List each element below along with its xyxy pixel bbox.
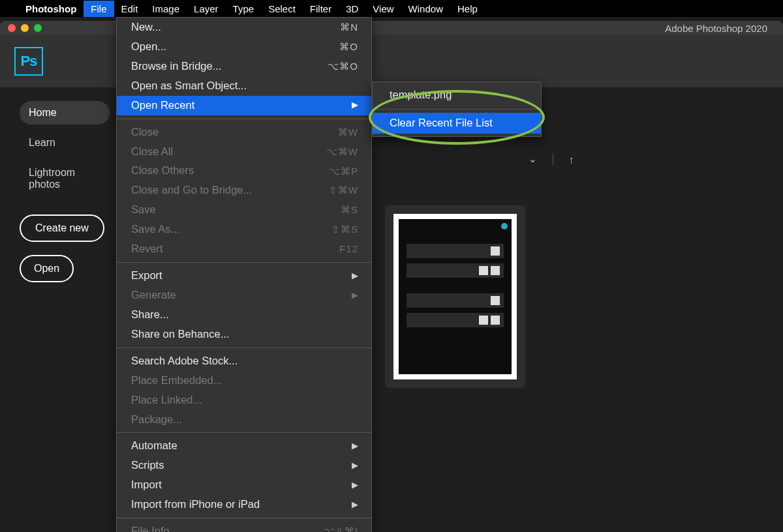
menu-shortcut: ⇧⌘S	[331, 222, 358, 237]
home-sidebar: HomeLearnLightroom photos Create new Ope…	[0, 88, 117, 532]
menubar-item-layer[interactable]: Layer	[187, 1, 226, 17]
submenu-arrow-icon: ▶	[352, 460, 358, 472]
file-menu-dropdown: New...⌘NOpen...⌘OBrowse in Bridge...⌥⌘OO…	[116, 17, 372, 532]
traffic-lights	[0, 24, 42, 32]
thumbnail-preview	[393, 214, 517, 379]
menu-shortcut: ⌘S	[341, 203, 358, 217]
submenu-arrow-icon: ▶	[352, 440, 358, 452]
menu-item-label: Automate	[131, 438, 177, 454]
menubar-item-window[interactable]: Window	[401, 1, 450, 17]
menu-item-label: Open...	[131, 39, 166, 55]
menu-item-label: Import	[131, 477, 162, 493]
menu-item-label: Save	[131, 202, 156, 218]
file-menu-automate[interactable]: Automate▶	[117, 436, 371, 456]
sidebar-item-home[interactable]: Home	[20, 101, 110, 125]
maximize-window-icon[interactable]	[34, 24, 42, 32]
menu-item-label: Open as Smart Object...	[131, 78, 247, 94]
file-menu-search-adobe-stock[interactable]: Search Adobe Stock...	[117, 351, 371, 371]
menubar-item-image[interactable]: Image	[145, 1, 187, 17]
file-menu-open-recent[interactable]: Open Recent▶	[117, 96, 371, 115]
file-menu-import[interactable]: Import▶	[117, 475, 371, 495]
file-menu-share-on-behance[interactable]: Share on Behance...	[117, 325, 371, 344]
menu-item-label: Scripts	[131, 458, 164, 473]
sort-controls[interactable]: ⌄ ↑	[529, 153, 574, 165]
clear-recent-file-list-item[interactable]: Clear Recent File List	[373, 113, 541, 134]
menu-shortcut: F12	[339, 242, 358, 256]
menu-separator	[117, 262, 371, 263]
file-menu-share[interactable]: Share...	[117, 305, 371, 325]
window-title: Adobe Photoshop 2020	[665, 23, 767, 34]
menu-shortcut: ⌥⌘W	[326, 145, 358, 159]
menu-shortcut: ⌥⌘O	[328, 59, 358, 74]
create-new-button[interactable]: Create new	[20, 214, 104, 242]
menubar-item-help[interactable]: Help	[450, 1, 485, 17]
file-menu-generate: Generate▶	[117, 286, 371, 305]
file-menu-close: Close⌘W	[117, 123, 371, 142]
photoshop-logo-icon: Ps	[14, 47, 43, 76]
menubar-item-file[interactable]: File	[84, 1, 114, 17]
menubar-app-name[interactable]: Photoshop	[18, 1, 84, 17]
menu-shortcut: ⇧⌘W	[329, 183, 358, 198]
menu-item-label: Import from iPhone or iPad	[131, 497, 260, 512]
file-menu-file-info: File Info...⌥⇧⌘I	[117, 522, 371, 532]
menu-item-label: Open Recent	[131, 98, 194, 113]
open-recent-submenu: template.png Clear Recent File List	[372, 81, 542, 137]
file-menu-browse-in-bridge[interactable]: Browse in Bridge...⌥⌘O	[117, 57, 371, 76]
menu-item-label: Package...	[131, 412, 182, 428]
menu-item-label: File Info...	[131, 524, 178, 532]
file-menu-save-as: Save As...⇧⌘S	[117, 220, 371, 239]
menu-item-label: Revert	[131, 241, 163, 257]
recent-file-item[interactable]: template.png	[373, 85, 541, 106]
file-menu-close-others: Close Others⌥⌘P	[117, 161, 371, 181]
file-menu-place-embedded: Place Embedded...	[117, 371, 371, 391]
file-menu-open-as-smart-object[interactable]: Open as Smart Object...	[117, 76, 371, 96]
file-menu-scripts[interactable]: Scripts▶	[117, 456, 371, 475]
file-menu-revert: RevertF12	[117, 239, 371, 259]
minimize-window-icon[interactable]	[21, 24, 29, 32]
file-menu-import-from-iphone-or-ipad[interactable]: Import from iPhone or iPad▶	[117, 495, 371, 514]
menu-item-label: Generate	[131, 288, 176, 303]
submenu-arrow-icon: ▶	[352, 289, 358, 302]
file-menu-place-linked: Place Linked...	[117, 391, 371, 410]
menubar-item-view[interactable]: View	[365, 1, 401, 17]
file-menu-export[interactable]: Export▶	[117, 266, 371, 286]
recent-thumbnail[interactable]	[385, 205, 525, 388]
file-menu-new[interactable]: New...⌘N	[117, 18, 371, 37]
menu-item-label: Share on Behance...	[131, 327, 229, 342]
menu-shortcut: ⌘O	[339, 40, 358, 54]
file-menu-open[interactable]: Open...⌘O	[117, 37, 371, 57]
chevron-down-icon[interactable]: ⌄	[529, 153, 537, 165]
menu-item-label: Close	[131, 125, 159, 140]
submenu-arrow-icon: ▶	[352, 499, 358, 511]
menu-shortcut: ⌘N	[340, 20, 358, 35]
menubar-item-edit[interactable]: Edit	[114, 1, 146, 17]
menu-separator	[117, 432, 371, 433]
menu-item-label: Browse in Bridge...	[131, 59, 221, 74]
menu-item-label: Place Embedded...	[131, 373, 222, 389]
submenu-arrow-icon: ▶	[352, 479, 358, 492]
menu-separator	[117, 119, 371, 119]
file-menu-package: Package...	[117, 410, 371, 430]
menubar-item-filter[interactable]: Filter	[303, 1, 339, 17]
menu-shortcut: ⌘W	[338, 125, 358, 140]
menu-item-label: Export	[131, 268, 162, 284]
menu-item-label: Place Linked...	[131, 392, 202, 408]
menubar-item-type[interactable]: Type	[226, 1, 262, 17]
menu-item-label: Search Adobe Stock...	[131, 353, 238, 369]
menu-item-label: Close Others	[131, 163, 194, 179]
menu-separator	[117, 518, 371, 518]
menu-item-label: New...	[131, 20, 161, 35]
menu-shortcut: ⌥⌘P	[329, 164, 358, 179]
menu-item-label: Close All	[131, 144, 173, 160]
submenu-arrow-icon: ▶	[352, 270, 358, 282]
submenu-separator	[373, 109, 541, 110]
close-window-icon[interactable]	[8, 24, 16, 32]
arrow-up-icon[interactable]: ↑	[569, 154, 574, 165]
sidebar-item-learn[interactable]: Learn	[20, 131, 110, 155]
open-button[interactable]: Open	[20, 255, 74, 282]
file-menu-close-all: Close All⌥⌘W	[117, 142, 371, 162]
menubar-item-select[interactable]: Select	[261, 1, 303, 17]
menubar-item-3d[interactable]: 3D	[339, 1, 365, 17]
sidebar-item-lightroom-photos[interactable]: Lightroom photos	[20, 161, 110, 196]
menu-shortcut: ⌥⇧⌘I	[324, 524, 358, 532]
